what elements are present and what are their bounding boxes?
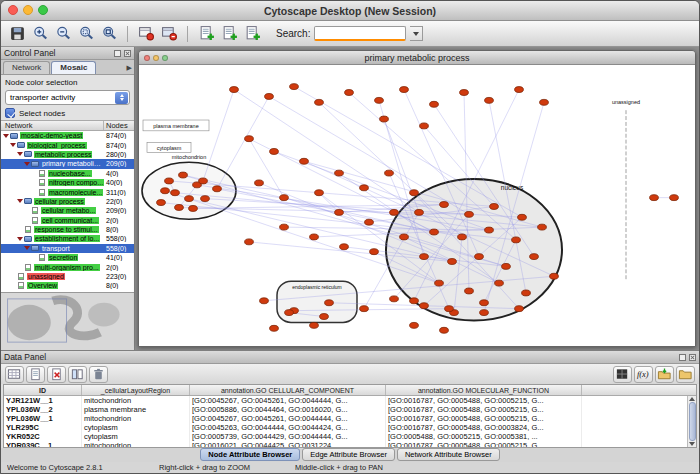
tree-row[interactable]: biological_process874(0) [1, 140, 134, 149]
network-node[interactable] [420, 123, 429, 129]
network-node[interactable] [390, 209, 399, 215]
network-node[interactable] [255, 180, 264, 186]
minimize-view-icon[interactable] [153, 55, 159, 61]
close-view-icon[interactable] [144, 55, 150, 61]
network-node[interactable] [199, 178, 208, 184]
tree-row[interactable]: establishment of lo...558(0) [1, 234, 134, 243]
matrix-icon[interactable] [613, 366, 632, 383]
tree-row[interactable]: transport558(0) [1, 244, 134, 253]
network-node[interactable] [260, 298, 269, 304]
table-row[interactable]: YPL036W__1mitochondrion[GO:0045267, GO:0… [4, 414, 696, 423]
network-node[interactable] [245, 136, 254, 142]
tab-scroll-right-icon[interactable]: ▶ [127, 64, 132, 72]
network-node[interactable] [440, 327, 449, 333]
network-node[interactable] [400, 87, 409, 93]
network-birdseye-view[interactable] [1, 292, 134, 350]
network-node[interactable] [335, 170, 344, 176]
table-row[interactable]: YJR121W__1mitochondrion[GO:0045267, GO:0… [4, 396, 696, 405]
network-node[interactable] [390, 296, 399, 302]
tab-node-attribute-browser[interactable]: Node Attribute Browser [200, 448, 300, 461]
tree-row[interactable]: unassigned223(0) [1, 272, 134, 281]
table-row[interactable]: YDR039C__1mitochondrion[GO:0016021, GO:0… [4, 441, 696, 447]
network-node[interactable] [179, 172, 188, 178]
network-node[interactable] [335, 209, 344, 215]
scroll-up-icon[interactable] [689, 397, 695, 401]
network-node[interactable] [465, 211, 474, 217]
network-node[interactable] [475, 254, 484, 260]
network-node[interactable] [410, 298, 419, 304]
network-node[interactable] [290, 84, 299, 90]
network-node[interactable] [435, 280, 444, 286]
network-node[interactable] [512, 237, 521, 243]
tree-expander-icon[interactable] [3, 134, 9, 138]
network-node[interactable] [400, 234, 409, 240]
network-node[interactable] [540, 99, 549, 105]
network-node[interactable] [448, 259, 457, 265]
node-color-select[interactable]: transporter activity [5, 90, 130, 105]
network-node[interactable] [480, 300, 489, 306]
network-node[interactable] [375, 97, 384, 103]
tree-row[interactable]: secretion41(0) [1, 253, 134, 262]
tree-row[interactable]: nitrogen compo...40(0) [1, 178, 134, 187]
browse-attribute-icon[interactable] [676, 366, 695, 383]
network-node[interactable] [285, 310, 294, 316]
select-nodes-checkbox[interactable] [5, 108, 15, 118]
tree-row[interactable]: cell communicat...2(0) [1, 216, 134, 225]
network-node[interactable] [280, 224, 289, 230]
network-node[interactable] [270, 149, 279, 155]
tree-row[interactable]: metabolic process280(0) [1, 150, 134, 159]
network-node[interactable] [495, 280, 504, 286]
network-node[interactable] [161, 188, 170, 194]
network-node[interactable] [280, 195, 289, 201]
close-window-icon[interactable] [8, 5, 18, 15]
tree-expander-icon[interactable] [17, 237, 23, 241]
scroll-down-icon[interactable] [689, 442, 695, 446]
network-node[interactable] [538, 224, 547, 230]
network-node[interactable] [458, 234, 467, 240]
tree-row[interactable]: macromolecule...311(0) [1, 187, 134, 196]
create-attribute-icon[interactable] [26, 366, 45, 383]
network-node[interactable] [490, 204, 499, 210]
network-node[interactable] [550, 273, 559, 279]
network-node[interactable] [410, 190, 419, 196]
tree-row[interactable]: Overview8(0) [1, 281, 134, 290]
network-node[interactable] [670, 195, 679, 201]
tree-expander-icon[interactable] [24, 162, 30, 166]
float-data-panel-icon[interactable] [679, 354, 686, 361]
table-column-header[interactable]: annotation.GO CELLULAR_COMPONENT [190, 385, 386, 395]
network-node[interactable] [315, 190, 324, 196]
network-node[interactable] [165, 178, 174, 184]
minimize-window-icon[interactable] [23, 5, 33, 15]
network-node[interactable] [460, 90, 469, 96]
network-node[interactable] [485, 97, 494, 103]
network-node[interactable] [310, 322, 319, 328]
tree-expander-icon[interactable] [17, 152, 23, 156]
network-node[interactable] [201, 196, 210, 202]
network-node[interactable] [230, 87, 239, 93]
zoom-view-icon[interactable] [162, 55, 168, 61]
table-column-header[interactable]: ID [4, 385, 82, 395]
tree-col-nodes[interactable]: Nodes [104, 121, 134, 130]
tab-network[interactable]: Network [3, 61, 50, 74]
delete-row-icon[interactable] [89, 366, 108, 383]
tree-row[interactable]: response to stimul...8(0) [1, 225, 134, 234]
scrollbar-thumb[interactable] [689, 402, 696, 441]
network-node[interactable] [213, 186, 222, 192]
column-layout-icon[interactable] [68, 366, 87, 383]
network-node[interactable] [515, 87, 524, 93]
float-panel-icon[interactable] [114, 50, 121, 57]
table-column-header[interactable]: annotation.GO MOLECULAR_FUNCTION [386, 385, 582, 395]
network-node[interactable] [365, 219, 374, 225]
network-node[interactable] [522, 290, 531, 296]
show-network-overview-icon[interactable] [135, 23, 157, 45]
network-node[interactable] [480, 310, 489, 316]
tree-col-network[interactable]: Network [1, 121, 104, 130]
network-node[interactable] [245, 239, 254, 245]
network-node[interactable] [430, 101, 439, 107]
network-node[interactable] [189, 206, 198, 212]
network-node[interactable] [420, 303, 429, 309]
tree-row[interactable]: multi-organism pro...2(0) [1, 262, 134, 271]
network-node[interactable] [502, 263, 511, 269]
tree-expander-icon[interactable] [10, 143, 16, 147]
table-column-header[interactable] [582, 385, 696, 395]
